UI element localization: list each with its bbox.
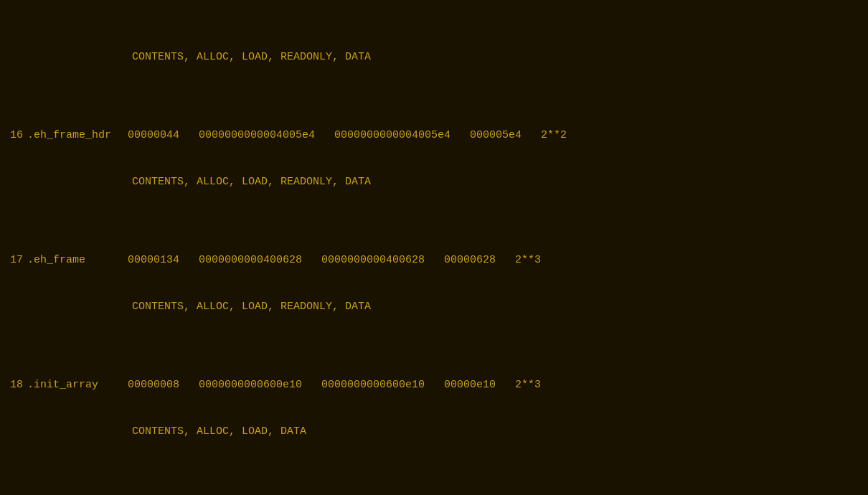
flags-line: CONTENTS, ALLOC, LOAD, READONLY, DATA [6,174,868,190]
table-row: 17 .eh_frame 00000134 0000000000400628 0… [6,253,868,268]
flags-line: CONTENTS, ALLOC, LOAD, DATA [6,424,868,440]
flags-line: CONTENTS, ALLOC, LOAD, READONLY, DATA [6,299,868,315]
section-name: .eh_frame_hdr [27,128,128,143]
section-name: .init_array [27,377,128,393]
section-name: .eh_frame [27,253,128,268]
section-fields: 00000044 0000000000004005e4 000000000000… [128,128,868,143]
row-number: 18 [6,377,27,393]
prefix-flags-line: CONTENTS, ALLOC, LOAD, READONLY, DATA [6,50,868,65]
row-number: 17 [6,253,27,268]
row-number: 16 [6,128,27,143]
terminal-output: CONTENTS, ALLOC, LOAD, READONLY, DATA 16… [6,3,868,495]
section-fields: 00000134 0000000000400628 00000000004006… [128,253,868,268]
section-fields: 00000008 0000000000600e10 0000000000600e… [128,377,868,393]
table-row: 16 .eh_frame_hdr 00000044 00000000000040… [6,128,868,143]
table-row: 18 .init_array 00000008 0000000000600e10… [6,377,868,393]
